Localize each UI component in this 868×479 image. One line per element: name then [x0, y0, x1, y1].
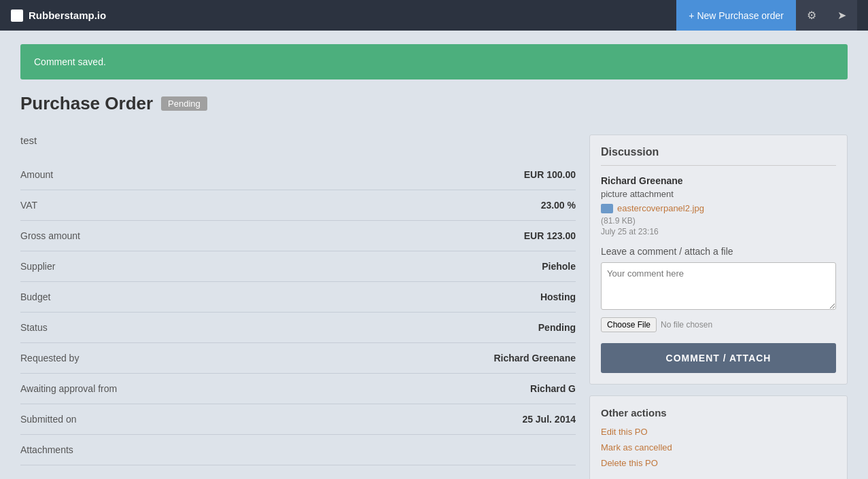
other-actions-title: Other actions	[601, 407, 836, 419]
table-row: Amount EUR 100.00	[20, 160, 576, 190]
comment-date: July 25 at 23:16	[601, 227, 836, 236]
no-file-text: No file chosen	[661, 320, 712, 330]
field-value-requested-by: Richard Greenane	[493, 353, 576, 363]
delete-po-link[interactable]: Delete this PO	[601, 458, 836, 468]
other-actions-box: Other actions Edit this PO Mark as cance…	[589, 395, 848, 479]
table-row: Gross amount EUR 123.00	[20, 221, 576, 251]
image-icon	[601, 204, 613, 213]
edit-po-link[interactable]: Edit this PO	[601, 427, 836, 437]
field-value-status: Pending	[538, 322, 576, 333]
comment-author: Richard Greenane	[601, 175, 836, 186]
page-header-area: Comment saved. Purchase Order Pending	[0, 31, 868, 135]
field-value-awaiting: Richard G	[530, 383, 576, 394]
left-panel: test Amount EUR 100.00 VAT 23.00 % Gross…	[20, 135, 576, 465]
navbar: Rubberstamp.io + New Purchase order ⚙ ➤	[0, 0, 868, 31]
table-row: Awaiting approval from Richard G	[20, 374, 576, 404]
po-name: test	[20, 135, 576, 153]
file-input-row: Choose File No file chosen	[601, 317, 836, 332]
field-value-supplier: Piehole	[542, 261, 576, 272]
field-value-budget: Hosting	[540, 291, 576, 302]
page-title-row: Purchase Order Pending	[20, 93, 848, 114]
field-label-status: Status	[20, 322, 48, 333]
logout-button[interactable]: ➤	[827, 0, 857, 31]
new-purchase-order-button[interactable]: + New Purchase order	[676, 0, 796, 31]
field-value-amount: EUR 100.00	[524, 169, 576, 180]
logout-icon: ➤	[837, 9, 846, 22]
table-row: Attachments	[20, 435, 576, 465]
field-label-submitted: Submitted on	[20, 414, 77, 425]
field-label-supplier: Supplier	[20, 261, 55, 272]
mark-cancelled-link[interactable]: Mark as cancelled	[601, 442, 836, 453]
comment-text: picture attachment	[601, 189, 836, 199]
comment-textarea[interactable]	[601, 262, 836, 310]
leave-comment-label: Leave a comment / attach a file	[601, 246, 836, 257]
field-label-requested-by: Requested by	[20, 353, 79, 363]
field-value-vat: 23.00 %	[541, 200, 576, 211]
table-row: VAT 23.00 %	[20, 190, 576, 221]
discussion-title: Discussion	[601, 146, 836, 166]
attachment-link[interactable]: eastercoverpanel2.jpg	[617, 203, 704, 213]
field-label-budget: Budget	[20, 291, 50, 302]
comment-item: Richard Greenane picture attachment east…	[601, 175, 836, 236]
field-value-gross: EUR 123.00	[524, 230, 576, 241]
alert-message: Comment saved.	[34, 56, 106, 67]
gear-icon: ⚙	[807, 9, 816, 22]
table-row: Supplier Piehole	[20, 251, 576, 282]
field-value-submitted: 25 Jul. 2014	[522, 414, 576, 425]
main-layout: test Amount EUR 100.00 VAT 23.00 % Gross…	[0, 135, 868, 479]
table-row: Budget Hosting	[20, 282, 576, 313]
field-label-gross: Gross amount	[20, 230, 80, 241]
status-badge: Pending	[161, 96, 207, 111]
navbar-actions: + New Purchase order ⚙ ➤	[676, 0, 857, 31]
field-label-vat: VAT	[20, 200, 37, 211]
comment-attach-button[interactable]: COMMENT / ATTACH	[601, 343, 836, 373]
comment-attachment: eastercoverpanel2.jpg	[601, 203, 836, 213]
field-label-attachments: Attachments	[20, 444, 73, 455]
table-row: Submitted on 25 Jul. 2014	[20, 404, 576, 435]
discussion-box: Discussion Richard Greenane picture atta…	[589, 135, 848, 385]
brand: Rubberstamp.io	[11, 10, 676, 22]
comment-size: (81.9 KB)	[601, 216, 836, 226]
settings-button[interactable]: ⚙	[796, 0, 827, 31]
brand-name: Rubberstamp.io	[29, 10, 106, 21]
brand-icon	[11, 10, 23, 22]
field-label-amount: Amount	[20, 169, 53, 180]
alert-success: Comment saved.	[20, 44, 848, 79]
field-label-awaiting: Awaiting approval from	[20, 383, 117, 394]
file-choose-button[interactable]: Choose File	[601, 317, 657, 332]
table-row: Status Pending	[20, 313, 576, 343]
table-row: Requested by Richard Greenane	[20, 343, 576, 374]
right-panel: Discussion Richard Greenane picture atta…	[589, 135, 848, 479]
page-title: Purchase Order	[20, 93, 153, 114]
